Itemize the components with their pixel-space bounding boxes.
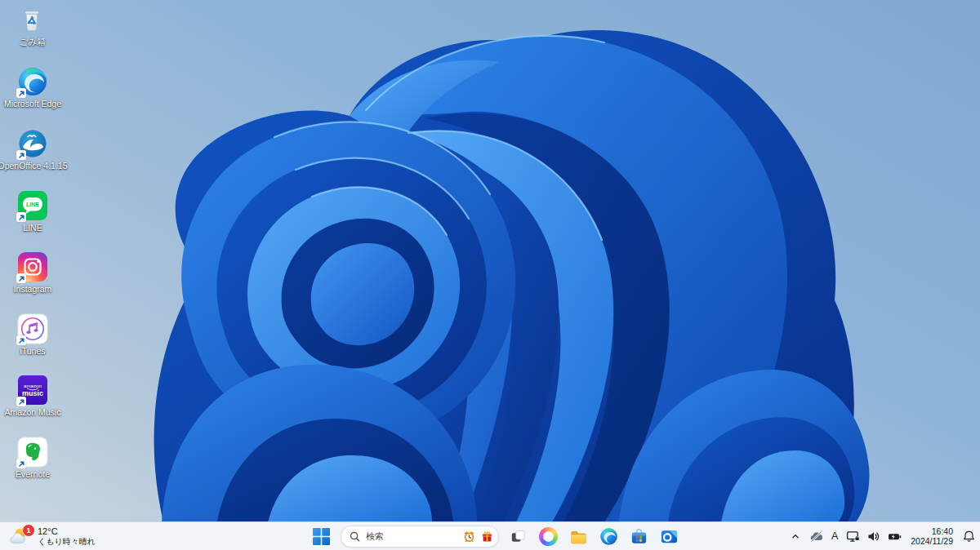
weather-condition: くもり時々晴れ (38, 537, 96, 547)
tray-time: 16:40 (911, 526, 953, 537)
shortcut-arrow-badge (16, 397, 26, 406)
copilot-button[interactable] (537, 526, 559, 548)
microsoft-store-icon (630, 527, 648, 546)
shortcut-arrow-badge (16, 150, 26, 160)
chevron-up-icon (790, 530, 801, 542)
bell-icon (962, 530, 976, 543)
file-explorer-icon (569, 527, 588, 546)
taskbar-center: 検索 (310, 522, 680, 550)
shortcut-arrow-badge (16, 335, 26, 345)
windows-desktop: ごみ箱 Microsoft Edge (0, 0, 980, 550)
desktop-icon-line[interactable]: LINE LINE (2, 190, 64, 233)
svg-text:LINE: LINE (26, 202, 39, 207)
desktop-icon-label: iTunes (20, 346, 45, 356)
ime-mode-indicator[interactable]: A (831, 530, 839, 542)
alarm-clock-icon (463, 530, 475, 543)
weather-temperature: 12°C (38, 526, 96, 536)
speaker-icon (867, 530, 880, 543)
recycle-bin-icon (17, 4, 48, 35)
network-display-icon (846, 530, 860, 543)
shortcut-arrow-badge (16, 273, 26, 283)
battery-tray-button[interactable] (888, 530, 902, 543)
outlook-icon (660, 527, 679, 546)
windows-logo-icon (313, 528, 330, 545)
tray-date: 2024/11/29 (911, 536, 953, 547)
volume-tray-button[interactable] (866, 530, 881, 543)
search-box[interactable]: 検索 (341, 526, 499, 548)
copilot-icon (539, 527, 558, 546)
svg-text:amazon: amazon (24, 383, 42, 388)
desktop-icon-label: Evernote (16, 469, 50, 479)
desktop-icon-grid: ごみ箱 Microsoft Edge (0, 0, 65, 522)
desktop-icon-itunes[interactable]: iTunes (2, 313, 64, 356)
shortcut-arrow-badge (16, 459, 26, 468)
microsoft-store-button[interactable] (628, 526, 650, 548)
desktop-icon-evernote[interactable]: Evernote (2, 437, 64, 479)
wallpaper-bloom (0, 0, 980, 522)
task-view-icon (509, 527, 528, 546)
shortcut-arrow-badge (16, 212, 26, 222)
desktop-icon-label: Microsoft Edge (4, 99, 61, 109)
clock[interactable]: 16:40 2024/11/29 (909, 526, 955, 547)
file-explorer-button[interactable] (568, 526, 590, 548)
desktop-icon-microsoft-edge[interactable]: Microsoft Edge (2, 66, 64, 109)
weather-notification-badge: 1 (22, 524, 35, 537)
search-icon (350, 531, 360, 542)
start-button[interactable] (310, 526, 332, 548)
network-tray-button[interactable] (845, 530, 860, 543)
onedrive-tray-button[interactable] (809, 530, 824, 543)
desktop-icon-amazon-music[interactable]: amazon music Amazon Music (2, 375, 64, 417)
search-placeholder: 検索 (366, 530, 457, 543)
desktop-icon-instagram[interactable]: Instagram (2, 251, 64, 294)
desktop-icon-label: ごみ箱 (20, 37, 46, 47)
system-tray: A (788, 522, 976, 550)
desktop-icon-label: Amazon Music (5, 407, 61, 417)
gift-icon (481, 530, 493, 543)
battery-charging-icon (888, 530, 902, 543)
desktop-icon-openoffice[interactable]: OpenOffice 4.1.15 (2, 128, 64, 171)
desktop-icon-label: LINE (23, 223, 42, 233)
onedrive-cloud-icon (809, 530, 823, 543)
outlook-button[interactable] (658, 526, 680, 548)
weather-widget[interactable]: 1 12°C くもり時々晴れ (2, 522, 103, 550)
desktop-icon-label: Instagram (14, 284, 52, 294)
desktop-icon-recycle-bin[interactable]: ごみ箱 (2, 4, 64, 47)
taskbar: 1 12°C くもり時々晴れ (0, 521, 980, 550)
notification-center-button[interactable] (961, 530, 976, 543)
desktop-icon-label: OpenOffice 4.1.15 (0, 161, 68, 171)
task-view-button[interactable] (507, 526, 529, 548)
shortcut-arrow-badge (16, 88, 26, 98)
edge-taskbar-button[interactable] (598, 526, 620, 548)
hidden-icons-chevron[interactable] (788, 530, 803, 543)
edge-icon (599, 527, 618, 546)
